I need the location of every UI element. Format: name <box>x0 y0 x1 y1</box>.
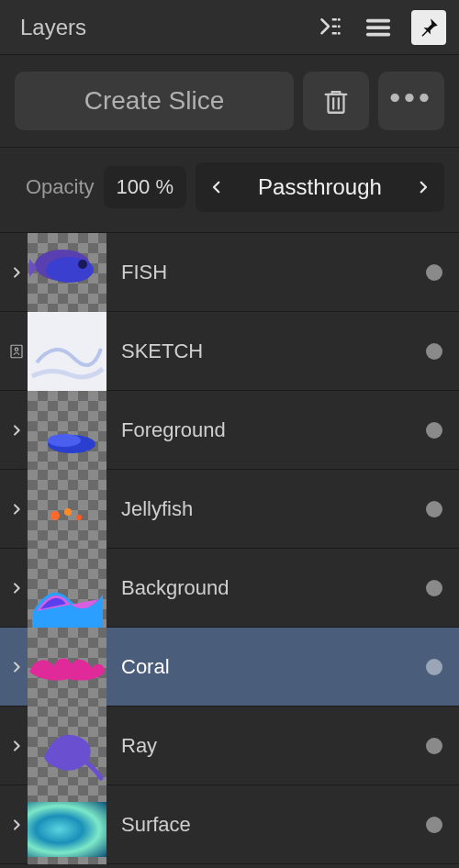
svg-point-5 <box>338 31 341 34</box>
layer-color-tag[interactable] <box>426 422 442 439</box>
layer-thumbnail <box>28 785 106 864</box>
layer-color-tag[interactable] <box>426 659 442 675</box>
layer-row-fish[interactable]: FISH <box>0 233 459 312</box>
opacity-label: Opacity <box>26 175 95 199</box>
layer-body: Surface <box>106 813 426 837</box>
layer-label: SKETCH <box>121 339 203 363</box>
layer-body: Foreground <box>106 418 426 442</box>
layer-label: FISH <box>121 261 167 284</box>
layer-color-tag[interactable] <box>426 343 442 360</box>
layer-thumbnail <box>28 233 106 312</box>
layer-row-surface[interactable]: Surface <box>0 785 459 864</box>
layer-label: Foreground <box>121 418 226 442</box>
layer-row-ray[interactable]: Ray <box>0 707 459 785</box>
layer-label: Background <box>121 576 229 600</box>
layer-body: SKETCH <box>106 339 426 363</box>
expand-toggle[interactable] <box>6 785 28 864</box>
panel-header: Layers <box>0 0 459 55</box>
reference-layer-icon <box>6 312 28 391</box>
layer-color-tag[interactable] <box>426 264 442 281</box>
expand-toggle[interactable] <box>6 470 28 549</box>
layer-body: Ray <box>106 734 426 758</box>
layer-label: Coral <box>121 655 170 679</box>
layer-body: Background <box>106 576 426 600</box>
layer-thumbnail <box>28 707 106 785</box>
layer-body: Coral <box>106 655 426 679</box>
svg-point-22 <box>76 515 82 520</box>
layer-color-tag[interactable] <box>426 580 442 596</box>
expand-toggle[interactable] <box>6 628 28 707</box>
chevron-left-icon <box>208 179 225 195</box>
svg-rect-9 <box>329 95 344 113</box>
opacity-value[interactable]: 100 % <box>104 166 186 208</box>
svg-point-15 <box>78 260 87 269</box>
delete-layer-button[interactable] <box>303 72 369 130</box>
layer-body: Jellyfish <box>106 497 426 521</box>
layer-list: FISH SKETCH <box>0 232 459 864</box>
layer-row-jellyfish[interactable]: Jellyfish <box>0 470 459 549</box>
layer-label: Jellyfish <box>121 497 193 521</box>
layer-label: Ray <box>121 734 157 758</box>
ellipsis-icon: ••• <box>389 97 433 105</box>
svg-point-4 <box>338 25 341 28</box>
layer-label: Surface <box>121 813 191 837</box>
svg-point-21 <box>64 508 72 516</box>
layer-row-coral[interactable]: Coral <box>0 628 459 707</box>
create-slice-button[interactable]: Create Slice <box>15 72 294 130</box>
panel-title: Layers <box>20 15 86 40</box>
layer-color-tag[interactable] <box>426 501 442 517</box>
blend-mode-dropdown[interactable]: Passthrough <box>196 162 444 212</box>
layer-color-tag[interactable] <box>426 738 442 754</box>
layer-color-tag[interactable] <box>426 817 442 833</box>
chevron-right-icon <box>415 179 431 195</box>
panel-menu-icon[interactable] <box>362 11 395 44</box>
layer-thumbnail <box>28 549 106 628</box>
svg-point-20 <box>50 511 60 520</box>
panel-header-actions <box>312 10 446 45</box>
layer-row-foreground[interactable]: Foreground <box>0 391 459 470</box>
layer-thumbnail <box>28 312 106 391</box>
expand-toggle[interactable] <box>6 707 28 785</box>
panel-toolbar: Create Slice ••• <box>0 55 459 148</box>
layer-options-row: Opacity 100 % Passthrough <box>0 148 459 232</box>
layer-thumbnail <box>28 391 106 470</box>
layer-row-sketch[interactable]: SKETCH <box>0 312 459 391</box>
expand-toggle[interactable] <box>6 549 28 628</box>
panel-flyout-icon[interactable] <box>312 11 345 44</box>
layer-thumbnail <box>28 470 106 549</box>
svg-marker-14 <box>29 259 37 277</box>
layer-thumbnail <box>28 628 106 707</box>
layer-row-background[interactable]: Background <box>0 549 459 628</box>
blend-mode-label: Passthrough <box>258 174 382 200</box>
svg-point-13 <box>46 257 94 283</box>
svg-point-3 <box>338 17 341 20</box>
expand-toggle[interactable] <box>6 391 28 470</box>
layer-body: FISH <box>106 261 426 284</box>
more-actions-button[interactable]: ••• <box>378 72 444 130</box>
layers-panel: Layers <box>0 0 459 864</box>
svg-point-19 <box>48 434 81 447</box>
expand-toggle[interactable] <box>6 233 28 312</box>
svg-point-17 <box>15 348 17 351</box>
pin-panel-button[interactable] <box>411 10 446 45</box>
